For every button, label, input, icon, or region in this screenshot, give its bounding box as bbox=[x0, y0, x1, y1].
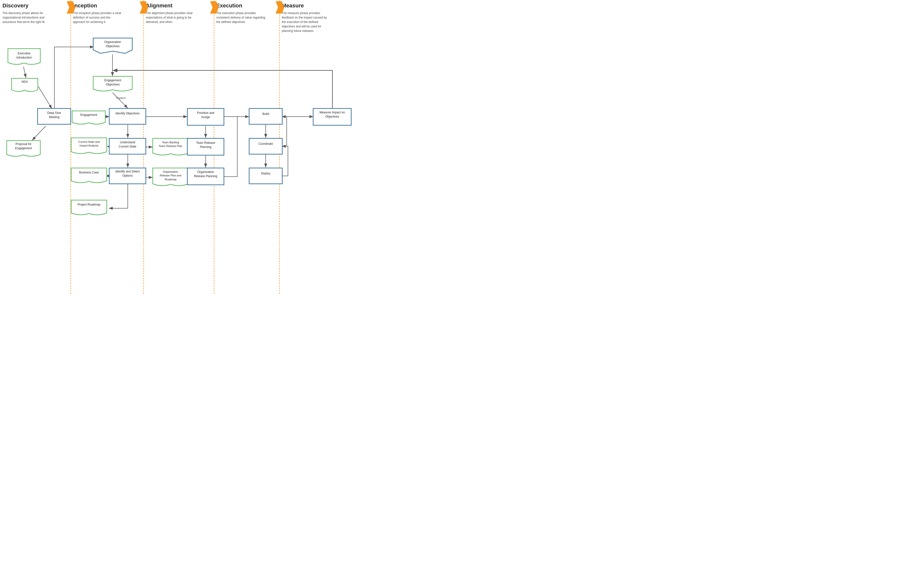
phase-measure-title: Measure bbox=[282, 2, 336, 9]
diagram-container: Discovery The discovery phase allows for… bbox=[0, 0, 457, 294]
node-build: Build bbox=[249, 108, 283, 125]
phase-inception: Inception The inception phase provides a… bbox=[73, 2, 137, 24]
current-state-label: Current State andImpact Analysis bbox=[72, 139, 106, 148]
svg-marker-1 bbox=[140, 1, 148, 14]
node-executive-intro: ExecutiveIntroduction bbox=[7, 48, 41, 66]
deep-dive-label: Deep DiveMeeting bbox=[38, 111, 70, 120]
coordinate-label: Coordinate bbox=[250, 142, 281, 146]
phase-execution: Execution The execution phase provides c… bbox=[216, 2, 276, 24]
phase-alignment: Alignment The alignment phase provides c… bbox=[146, 2, 210, 24]
svg-line-6 bbox=[23, 67, 26, 78]
node-project-roadmap: Project Roadmap bbox=[71, 200, 107, 216]
node-nda: NDA bbox=[11, 78, 38, 93]
arrow-measure bbox=[276, 1, 284, 14]
node-business-case: Business Case bbox=[71, 168, 107, 184]
node-measure-impact: Measure Impact onObjectives bbox=[313, 108, 352, 126]
node-org-release-planning: OrganizationRelease Planning bbox=[187, 168, 225, 185]
engagement-obj-label: EngagementObjectives bbox=[94, 78, 131, 87]
svg-marker-3 bbox=[276, 1, 284, 14]
node-identify-select: Identify and SelectOptions bbox=[109, 168, 146, 184]
identify-obj-label: Identify Objectives bbox=[110, 111, 145, 116]
deploy-label: Deploy bbox=[250, 171, 281, 176]
project-roadmap-label: Project Roadmap bbox=[72, 203, 106, 207]
understand-state-label: UnderstandCurrent State bbox=[110, 141, 145, 149]
node-deep-dive: Deep DiveMeeting bbox=[37, 108, 71, 125]
phase-execution-title: Execution bbox=[216, 2, 276, 9]
phase-measure-desc: The measure phase provides feedback on t… bbox=[282, 11, 331, 33]
org-release-plan-label: OrganizationRelease Plan andRoadmap bbox=[154, 169, 187, 181]
node-engagement: Engagement bbox=[72, 110, 106, 126]
team-release-label: Team ReleasePlanning bbox=[188, 141, 223, 149]
team-backlog-label: Team BacklogTeam Release Plan bbox=[154, 139, 187, 148]
node-proposal: Proposal forEngagement bbox=[6, 140, 41, 158]
phase-discovery: Discovery The discovery phase allows for… bbox=[2, 2, 66, 24]
svg-marker-0 bbox=[67, 1, 75, 14]
node-team-release: Team ReleasePlanning bbox=[187, 138, 225, 156]
measure-impact-label: Measure Impact onObjectives bbox=[314, 110, 351, 119]
support-label: Support bbox=[116, 96, 126, 99]
engagement-label: Engagement bbox=[73, 113, 105, 117]
node-current-state: Current State andImpact Analysis bbox=[71, 137, 107, 155]
phase-discovery-desc: The discovery phase allows for organizat… bbox=[2, 11, 52, 24]
nda-label: NDA bbox=[12, 80, 37, 84]
build-label: Build bbox=[250, 112, 281, 116]
phase-execution-desc: The execution phase provides consistent … bbox=[216, 11, 266, 24]
phase-measure: Measure The measure phase provides feedb… bbox=[282, 2, 336, 33]
node-understand-state: UnderstandCurrent State bbox=[109, 138, 146, 155]
phase-alignment-desc: The alignment phase provides clear expec… bbox=[146, 11, 195, 24]
node-team-backlog: Team BacklogTeam Release Plan bbox=[152, 138, 189, 157]
phase-discovery-title: Discovery bbox=[2, 2, 66, 9]
svg-marker-2 bbox=[210, 1, 219, 14]
executive-intro-label: ExecutiveIntroduction bbox=[9, 49, 40, 60]
node-prioritize-assign: Prioritize andAssign bbox=[187, 108, 225, 126]
prioritize-assign-label: Prioritize andAssign bbox=[188, 111, 223, 120]
org-release-planning-label: OrganizationRelease Planning bbox=[188, 170, 223, 178]
node-identify-obj: Identify Objectives bbox=[109, 108, 146, 125]
node-org-objectives: OrganizationObjectives bbox=[93, 37, 133, 54]
identify-select-label: Identify and SelectOptions bbox=[110, 170, 145, 178]
node-deploy: Deploy bbox=[249, 168, 283, 184]
svg-line-8 bbox=[32, 126, 46, 141]
node-coordinate: Coordinate bbox=[249, 138, 283, 155]
node-engagement-obj: EngagementObjectives bbox=[93, 76, 133, 93]
phase-inception-title: Inception bbox=[73, 2, 137, 9]
arrows-svg bbox=[0, 0, 457, 294]
node-org-release-plan: OrganizationRelease Plan andRoadmap bbox=[152, 168, 189, 187]
phase-alignment-title: Alignment bbox=[146, 2, 210, 9]
proposal-label: Proposal forEngagement bbox=[7, 142, 40, 150]
svg-line-11 bbox=[113, 93, 128, 108]
arrow-inception bbox=[67, 1, 75, 14]
business-case-label: Business Case bbox=[72, 170, 106, 174]
svg-line-7 bbox=[38, 86, 52, 109]
phase-inception-desc: The inception phase provides a clear def… bbox=[73, 11, 122, 24]
arrow-alignment bbox=[140, 1, 148, 14]
arrow-execution bbox=[210, 1, 219, 14]
org-objectives-label: OrganizationObjectives bbox=[94, 40, 131, 48]
